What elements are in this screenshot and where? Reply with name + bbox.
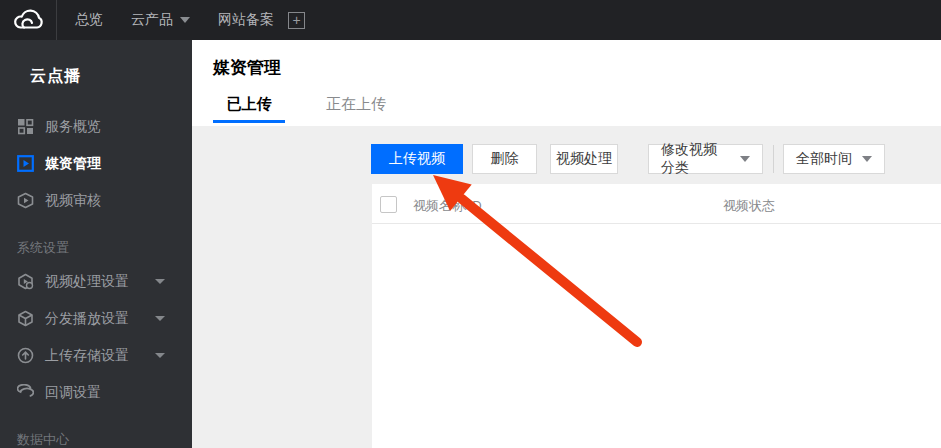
cloud-icon xyxy=(11,8,45,32)
chevron-down-icon xyxy=(740,156,750,162)
nav-website-icp-label: 网站备案 xyxy=(218,11,274,29)
sidebar-section-system-settings: 系统设置 xyxy=(17,239,192,257)
column-header-video-name-id: 视频名称/ID xyxy=(413,197,482,215)
modify-category-label: 修改视频分类 xyxy=(661,141,730,177)
chevron-down-icon xyxy=(180,17,190,23)
select-all-checkbox[interactable] xyxy=(380,196,397,213)
toolbar-divider xyxy=(773,145,774,173)
plus-glyph: + xyxy=(292,13,300,27)
delete-label: 删除 xyxy=(491,150,519,168)
distribute-play-icon xyxy=(17,310,34,327)
topbar: 总览 云产品 网站备案 + xyxy=(0,0,941,40)
sidebar-item-callback-settings[interactable]: 回调设置 xyxy=(0,374,192,411)
modify-category-dropdown[interactable]: 修改视频分类 xyxy=(648,144,763,174)
vod-console-window: 总览 云产品 网站备案 + 云点播 xyxy=(0,0,941,448)
sidebar-item-service-overview[interactable]: 服务概览 xyxy=(0,108,192,145)
chevron-down-icon xyxy=(155,279,165,284)
nav-cloud-products-label: 云产品 xyxy=(131,11,173,29)
time-filter-dropdown[interactable]: 全部时间 xyxy=(783,144,885,174)
video-process-button[interactable]: 视频处理 xyxy=(550,144,618,174)
sidebar-item-video-process-settings[interactable]: 视频处理设置 xyxy=(0,263,192,300)
page-title: 媒资管理 xyxy=(213,56,281,79)
sidebar-item-upload-storage-settings[interactable]: 上传存储设置 xyxy=(0,337,192,374)
delete-button[interactable]: 删除 xyxy=(472,144,537,174)
chevron-down-icon xyxy=(862,156,872,162)
media-table-panel: 视频名称/ID 视频状态 xyxy=(372,184,941,448)
video-process-icon xyxy=(17,273,34,290)
sidebar-item-label: 视频审核 xyxy=(45,192,101,210)
column-header-video-status: 视频状态 xyxy=(723,197,775,215)
tab-label: 正在上传 xyxy=(326,95,386,112)
topnav: 总览 云产品 网站备案 + xyxy=(57,0,305,40)
tab-label: 已上传 xyxy=(227,95,272,112)
tab-bar: 已上传 正在上传 xyxy=(213,95,392,123)
video-process-label: 视频处理 xyxy=(556,150,612,168)
chevron-down-icon xyxy=(155,353,165,358)
sidebar-item-label: 回调设置 xyxy=(45,384,101,402)
main-header: 媒资管理 已上传 正在上传 xyxy=(192,40,941,126)
dashboard-grid-icon xyxy=(17,118,34,135)
tab-uploading[interactable]: 正在上传 xyxy=(320,95,392,123)
sidebar-item-label: 视频处理设置 xyxy=(45,273,129,291)
tencent-cloud-logo[interactable] xyxy=(0,0,57,40)
nav-overview-label: 总览 xyxy=(75,11,103,29)
callback-icon xyxy=(17,384,34,401)
video-review-icon xyxy=(17,192,34,209)
tab-uploaded[interactable]: 已上传 xyxy=(213,95,285,123)
sidebar: 云点播 服务概览 媒资管理 xyxy=(0,40,192,448)
sidebar-item-label: 上传存储设置 xyxy=(45,347,129,365)
sidebar-product-title: 云点播 xyxy=(30,66,192,87)
sidebar-item-label: 分发播放设置 xyxy=(45,310,129,328)
sidebar-section-data-center: 数据中心 xyxy=(17,431,192,448)
time-filter-value: 全部时间 xyxy=(796,150,852,168)
sidebar-item-label: 服务概览 xyxy=(45,118,101,136)
nav-overview[interactable]: 总览 xyxy=(75,0,103,40)
upload-video-button[interactable]: 上传视频 xyxy=(371,144,463,174)
sidebar-group-settings: 视频处理设置 分发播放设置 上传存储设置 xyxy=(0,263,192,411)
upload-video-label: 上传视频 xyxy=(389,150,445,168)
add-shortcut-icon[interactable]: + xyxy=(288,12,305,29)
table-header: 视频名称/ID 视频状态 xyxy=(372,184,941,224)
chevron-down-icon xyxy=(155,316,165,321)
sidebar-item-distribute-play-settings[interactable]: 分发播放设置 xyxy=(0,300,192,337)
upload-storage-icon xyxy=(17,347,34,364)
nav-website-icp[interactable]: 网站备案 xyxy=(218,0,274,40)
sidebar-item-video-review[interactable]: 视频审核 xyxy=(0,182,192,219)
toolbar: 上传视频 删除 视频处理 修改视频分类 全部时间 xyxy=(0,144,941,174)
nav-cloud-products[interactable]: 云产品 xyxy=(131,0,190,40)
